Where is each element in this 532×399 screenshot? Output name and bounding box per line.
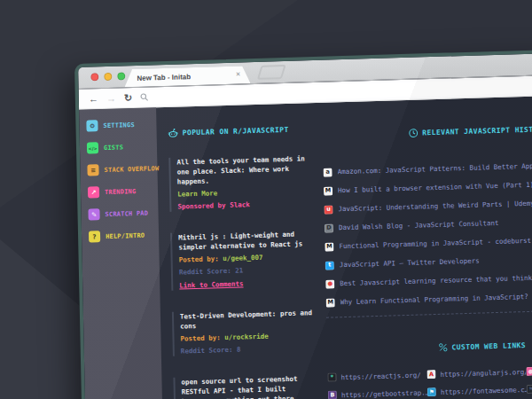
section-title: RELEVANT JAVASCRIPT HISTORY [422, 125, 532, 137]
custom-link[interactable]: ⚑ https://fontawesome.c… [427, 385, 527, 396]
close-tab-icon[interactable]: × [236, 69, 240, 79]
reddit-score: Reddit Score: 21 [179, 263, 315, 278]
code-icon: </> [87, 142, 98, 153]
medium-favicon-icon: M [324, 186, 332, 195]
desktop-background: New Tab - Initab × ← → ↻ ⚙ [0, 0, 532, 399]
sidebar-item-trending[interactable]: ↗ TRENDING [81, 179, 158, 204]
post-title[interactable]: open source url to screenshot RESTful AP… [181, 373, 317, 399]
pink-site-favicon-icon: ● [526, 367, 532, 376]
sidebar-item-scratch-pad[interactable]: ✎ SCRATCH PAD [81, 201, 158, 226]
posted-by-row: Posted by: u/rocksride [180, 330, 316, 344]
right-column: RELEVANT JAVASCRIPT HISTORY a Amazon.com… [322, 92, 532, 399]
sidebar-item-label: SCRATCH PAD [105, 209, 148, 217]
history-link-text: David Walsh Blog - JavaScript Consultant [339, 219, 499, 231]
custom-link-text: https://angularjs.org/ [440, 368, 526, 379]
amazon-favicon-icon: a [324, 168, 332, 176]
window-controls [90, 72, 125, 81]
reload-icon[interactable]: ↻ [124, 93, 132, 103]
custom-link-text: https://getbootstrap.… [341, 388, 427, 399]
new-tab-button[interactable] [257, 65, 286, 80]
browser-tab[interactable]: New Tab - Initab × [124, 66, 250, 87]
history-link-text: How I built a browser extension with Vue… [338, 180, 532, 195]
reddit-column: POPULAR ON R/JAVASCRIPT All the tools yo… [168, 103, 318, 399]
comments-link[interactable]: Link to Comments [179, 277, 315, 291]
sidebar-item-settings[interactable]: ⚙ SETTINGS [79, 113, 156, 137]
gear-icon: ⚙ [86, 120, 98, 131]
section-title: CUSTOM WEB LINKS [451, 341, 526, 351]
custom-link[interactable]: ● https:// [526, 364, 532, 376]
stack-icon: ≡ [87, 164, 98, 176]
history-link-text: JavaScript API — Twitter Developers [340, 257, 480, 270]
posted-by-label: Posted by: [180, 333, 220, 342]
trending-chart-icon: ↗ [88, 186, 99, 198]
posted-by-row: Posted by: u/geek_007 [179, 251, 315, 265]
custom-links-section-header: CUSTOM WEB LINKS [327, 336, 532, 356]
custom-link-text: https://reactjs.org/ [340, 371, 420, 381]
post-title[interactable]: All the tools your team needs in one pla… [176, 153, 313, 187]
main-content: POPULAR ON R/JAVASCRIPT All the tools yo… [156, 95, 532, 399]
history-link-text: Best Javascript learning resource that y… [340, 273, 532, 288]
tab-title: New Tab - Initab [137, 73, 191, 82]
pencil-icon: ✎ [88, 208, 99, 220]
maximize-window-button[interactable] [117, 72, 125, 80]
posted-by-label: Posted by: [179, 254, 219, 263]
link-icon [438, 343, 447, 352]
clock-icon [408, 129, 418, 138]
custom-link[interactable]: ⚑ https:// [527, 382, 532, 394]
reddit-section-header: POPULAR ON R/JAVASCRIPT [168, 124, 312, 138]
medium-favicon-icon: M [326, 298, 335, 307]
custom-link[interactable]: A https://angularjs.org/ [426, 367, 526, 379]
history-list: a Amazon.com: JavaScript Patterns: Build… [323, 153, 532, 312]
section-title: POPULAR ON R/JAVASCRIPT [183, 126, 289, 137]
sidebar-item-label: SETTINGS [103, 121, 134, 129]
sidebar-item-label: GISTS [104, 144, 123, 152]
davidwalsh-favicon-icon: D [325, 223, 333, 232]
sidebar: ⚙ SETTINGS </> GISTS ≡ STACK OVERFLOW ↗ … [79, 107, 163, 399]
learn-more-link[interactable]: Learn More [177, 185, 313, 200]
search-icon [140, 93, 149, 102]
sidebar-item-stack-overflow[interactable]: ≡ STACK OVERFLOW [80, 157, 157, 182]
fontawesome-favicon-icon: ⚑ [427, 387, 436, 396]
history-section-header: RELEVANT JAVASCRIPT HISTORY [323, 121, 532, 141]
reddit-score: Reddit Score: 8 [181, 342, 317, 356]
forward-icon: → [106, 93, 116, 103]
close-window-button[interactable] [90, 73, 98, 81]
history-link-text: Functional Programming in JavaScript - c… [339, 237, 531, 250]
browser-window: New Tab - Initab × ← → ↻ ⚙ [74, 49, 532, 399]
react-favicon-icon: * [327, 372, 336, 381]
history-link-text: Amazon.com: JavaScript Patterns: Build B… [338, 161, 532, 176]
medium-favicon-icon: M [325, 242, 333, 251]
post-author[interactable]: u/rocksride [224, 332, 269, 341]
custom-link[interactable]: * https://reactjs.org/ [327, 370, 426, 381]
reddit-post: Mithril js : Light-weight and simpler al… [170, 229, 315, 291]
custom-links-grid: * https://reactjs.org/ A https://angular… [327, 363, 532, 399]
twitter-favicon-icon: t [325, 261, 334, 270]
custom-link[interactable]: B https://getbootstrap.… [328, 387, 427, 399]
post-title[interactable]: Test-Driven Development: pros and cons [180, 308, 316, 332]
sponsored-link[interactable]: Sponsored by Slack [177, 198, 313, 212]
sidebar-item-help-intro[interactable]: ? HELP/INTRO [82, 223, 159, 248]
sidebar-item-gists[interactable]: </> GISTS [80, 135, 157, 160]
reddit-post: Test-Driven Development: pros and cons P… [172, 308, 317, 356]
post-author[interactable]: u/geek_007 [223, 254, 262, 262]
post-title[interactable]: Mithril js : Light-weight and simpler al… [178, 229, 314, 253]
history-link-text: Why Learn Functional Programming in Java… [340, 292, 532, 307]
udemy-favicon-icon: u [324, 205, 332, 214]
reddit-alien-icon [168, 129, 178, 138]
reddit-post: open source url to screenshot RESTful AP… [173, 373, 317, 399]
history-link-text: JavaScript: Understanding the Weird Part… [338, 200, 532, 214]
sponsored-post: All the tools your team needs in one pla… [168, 153, 313, 212]
custom-link-text: https://fontawesome.c… [441, 386, 527, 396]
question-mark-icon: ? [89, 231, 100, 242]
dark-site-favicon-icon: ⚑ [527, 385, 532, 394]
sidebar-item-label: HELP/INTRO [106, 231, 145, 239]
sidebar-item-label: TRENDING [105, 188, 136, 196]
minimize-window-button[interactable] [104, 73, 112, 81]
angular-favicon-icon: A [426, 370, 435, 379]
sidebar-item-label: STACK OVERFLOW [104, 165, 159, 174]
bootstrap-favicon-icon: B [328, 390, 337, 399]
reddit-favicon-icon: ● [325, 279, 334, 288]
back-icon[interactable]: ← [89, 94, 98, 104]
